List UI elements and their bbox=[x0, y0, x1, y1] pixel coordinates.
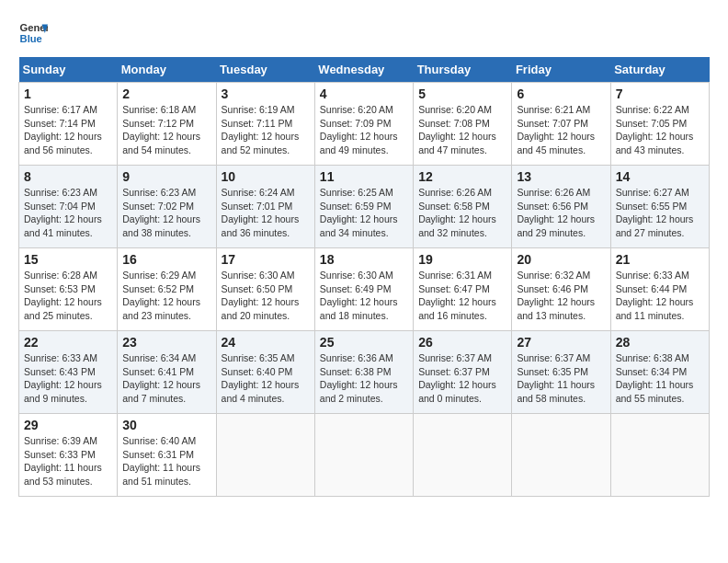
weekday-header-thursday: Thursday bbox=[414, 57, 512, 83]
day-info: Sunrise: 6:30 AMSunset: 6:50 PMDaylight:… bbox=[222, 270, 300, 321]
calendar-cell: 25 Sunrise: 6:36 AMSunset: 6:38 PMDaylig… bbox=[314, 331, 413, 414]
calendar-cell: 16 Sunrise: 6:29 AMSunset: 6:52 PMDaylig… bbox=[118, 248, 216, 331]
calendar-week-row: 15 Sunrise: 6:28 AMSunset: 6:53 PMDaylig… bbox=[19, 248, 710, 331]
calendar-week-row: 1 Sunrise: 6:17 AMSunset: 7:14 PMDayligh… bbox=[19, 83, 710, 166]
calendar-cell: 30 Sunrise: 6:40 AMSunset: 6:31 PMDaylig… bbox=[118, 414, 216, 497]
calendar-cell: 5 Sunrise: 6:20 AMSunset: 7:08 PMDayligh… bbox=[414, 83, 512, 166]
weekday-header-sunday: Sunday bbox=[19, 57, 118, 83]
day-info: Sunrise: 6:37 AMSunset: 6:37 PMDaylight:… bbox=[418, 352, 496, 404]
weekday-header-row: SundayMondayTuesdayWednesdayThursdayFrid… bbox=[19, 57, 710, 83]
calendar-cell bbox=[414, 414, 512, 497]
day-info: Sunrise: 6:26 AMSunset: 6:58 PMDaylight:… bbox=[418, 187, 496, 238]
day-info: Sunrise: 6:21 AMSunset: 7:07 PMDaylight:… bbox=[517, 104, 595, 155]
day-info: Sunrise: 6:29 AMSunset: 6:52 PMDaylight:… bbox=[122, 270, 200, 321]
calendar-body: 1 Sunrise: 6:17 AMSunset: 7:14 PMDayligh… bbox=[19, 83, 710, 497]
calendar-table: SundayMondayTuesdayWednesdayThursdayFrid… bbox=[18, 57, 710, 497]
day-number: 21 bbox=[616, 252, 704, 267]
day-number: 24 bbox=[222, 335, 310, 350]
day-info: Sunrise: 6:26 AMSunset: 6:56 PMDaylight:… bbox=[517, 187, 595, 238]
day-info: Sunrise: 6:20 AMSunset: 7:08 PMDaylight:… bbox=[418, 104, 496, 155]
day-number: 30 bbox=[122, 418, 210, 432]
calendar-cell: 18 Sunrise: 6:30 AMSunset: 6:49 PMDaylig… bbox=[314, 248, 413, 331]
calendar-cell: 29 Sunrise: 6:39 AMSunset: 6:33 PMDaylig… bbox=[19, 414, 118, 497]
day-number: 7 bbox=[616, 86, 704, 101]
day-info: Sunrise: 6:28 AMSunset: 6:53 PMDaylight:… bbox=[24, 270, 102, 321]
calendar-cell: 13 Sunrise: 6:26 AMSunset: 6:56 PMDaylig… bbox=[512, 166, 610, 248]
day-number: 11 bbox=[320, 169, 408, 184]
day-number: 12 bbox=[418, 169, 506, 184]
day-info: Sunrise: 6:25 AMSunset: 6:59 PMDaylight:… bbox=[320, 187, 398, 238]
calendar-cell: 28 Sunrise: 6:38 AMSunset: 6:34 PMDaylig… bbox=[610, 331, 709, 414]
calendar-cell: 11 Sunrise: 6:25 AMSunset: 6:59 PMDaylig… bbox=[314, 166, 413, 248]
calendar-week-row: 8 Sunrise: 6:23 AMSunset: 7:04 PMDayligh… bbox=[19, 166, 710, 248]
day-info: Sunrise: 6:31 AMSunset: 6:47 PMDaylight:… bbox=[418, 270, 496, 321]
day-info: Sunrise: 6:27 AMSunset: 6:55 PMDaylight:… bbox=[616, 187, 694, 238]
calendar-cell: 19 Sunrise: 6:31 AMSunset: 6:47 PMDaylig… bbox=[414, 248, 512, 331]
day-number: 3 bbox=[222, 86, 310, 101]
day-number: 13 bbox=[517, 169, 605, 184]
day-number: 29 bbox=[24, 418, 112, 432]
day-number: 20 bbox=[517, 252, 605, 267]
page-header: General Blue bbox=[18, 18, 710, 48]
weekday-header-tuesday: Tuesday bbox=[216, 57, 314, 83]
logo: General Blue bbox=[18, 18, 48, 48]
calendar-cell bbox=[314, 414, 413, 497]
day-info: Sunrise: 6:23 AMSunset: 7:02 PMDaylight:… bbox=[122, 187, 200, 238]
day-number: 5 bbox=[418, 86, 506, 101]
calendar-cell: 26 Sunrise: 6:37 AMSunset: 6:37 PMDaylig… bbox=[414, 331, 512, 414]
day-number: 26 bbox=[418, 335, 506, 350]
day-info: Sunrise: 6:23 AMSunset: 7:04 PMDaylight:… bbox=[24, 187, 102, 238]
calendar-header: SundayMondayTuesdayWednesdayThursdayFrid… bbox=[19, 57, 710, 83]
calendar-cell: 3 Sunrise: 6:19 AMSunset: 7:11 PMDayligh… bbox=[216, 83, 314, 166]
calendar-cell: 20 Sunrise: 6:32 AMSunset: 6:46 PMDaylig… bbox=[512, 248, 610, 331]
day-number: 2 bbox=[122, 86, 210, 101]
day-info: Sunrise: 6:36 AMSunset: 6:38 PMDaylight:… bbox=[320, 352, 398, 404]
weekday-header-monday: Monday bbox=[118, 57, 216, 83]
calendar-cell: 17 Sunrise: 6:30 AMSunset: 6:50 PMDaylig… bbox=[216, 248, 314, 331]
day-number: 19 bbox=[418, 252, 506, 267]
day-info: Sunrise: 6:35 AMSunset: 6:40 PMDaylight:… bbox=[222, 352, 300, 404]
svg-text:Blue: Blue bbox=[20, 33, 42, 44]
day-info: Sunrise: 6:17 AMSunset: 7:14 PMDaylight:… bbox=[24, 104, 102, 155]
day-info: Sunrise: 6:20 AMSunset: 7:09 PMDaylight:… bbox=[320, 104, 398, 155]
day-info: Sunrise: 6:24 AMSunset: 7:01 PMDaylight:… bbox=[222, 187, 300, 238]
day-info: Sunrise: 6:39 AMSunset: 6:33 PMDaylight:… bbox=[24, 435, 102, 487]
calendar-cell: 9 Sunrise: 6:23 AMSunset: 7:02 PMDayligh… bbox=[118, 166, 216, 248]
day-info: Sunrise: 6:33 AMSunset: 6:44 PMDaylight:… bbox=[616, 270, 694, 321]
day-info: Sunrise: 6:33 AMSunset: 6:43 PMDaylight:… bbox=[24, 352, 102, 404]
day-info: Sunrise: 6:40 AMSunset: 6:31 PMDaylight:… bbox=[122, 435, 200, 487]
calendar-cell: 6 Sunrise: 6:21 AMSunset: 7:07 PMDayligh… bbox=[512, 83, 610, 166]
day-number: 23 bbox=[122, 335, 210, 350]
day-number: 27 bbox=[517, 335, 605, 350]
day-info: Sunrise: 6:30 AMSunset: 6:49 PMDaylight:… bbox=[320, 270, 398, 321]
weekday-header-saturday: Saturday bbox=[610, 57, 709, 83]
day-info: Sunrise: 6:19 AMSunset: 7:11 PMDaylight:… bbox=[222, 104, 300, 155]
day-info: Sunrise: 6:32 AMSunset: 6:46 PMDaylight:… bbox=[517, 270, 595, 321]
calendar-cell: 1 Sunrise: 6:17 AMSunset: 7:14 PMDayligh… bbox=[19, 83, 118, 166]
day-number: 8 bbox=[24, 169, 112, 184]
day-number: 9 bbox=[122, 169, 210, 184]
day-number: 22 bbox=[24, 335, 112, 350]
calendar-cell: 27 Sunrise: 6:37 AMSunset: 6:35 PMDaylig… bbox=[512, 331, 610, 414]
calendar-cell: 4 Sunrise: 6:20 AMSunset: 7:09 PMDayligh… bbox=[314, 83, 413, 166]
day-number: 17 bbox=[222, 252, 310, 267]
calendar-cell: 10 Sunrise: 6:24 AMSunset: 7:01 PMDaylig… bbox=[216, 166, 314, 248]
day-info: Sunrise: 6:37 AMSunset: 6:35 PMDaylight:… bbox=[517, 352, 595, 404]
calendar-week-row: 22 Sunrise: 6:33 AMSunset: 6:43 PMDaylig… bbox=[19, 331, 710, 414]
logo-icon: General Blue bbox=[18, 18, 48, 48]
day-info: Sunrise: 6:18 AMSunset: 7:12 PMDaylight:… bbox=[122, 104, 200, 155]
day-number: 18 bbox=[320, 252, 408, 267]
day-number: 16 bbox=[122, 252, 210, 267]
calendar-cell: 23 Sunrise: 6:34 AMSunset: 6:41 PMDaylig… bbox=[118, 331, 216, 414]
calendar-cell: 21 Sunrise: 6:33 AMSunset: 6:44 PMDaylig… bbox=[610, 248, 709, 331]
day-number: 10 bbox=[222, 169, 310, 184]
weekday-header-friday: Friday bbox=[512, 57, 610, 83]
calendar-cell: 22 Sunrise: 6:33 AMSunset: 6:43 PMDaylig… bbox=[19, 331, 118, 414]
day-number: 6 bbox=[517, 86, 605, 101]
day-number: 15 bbox=[24, 252, 112, 267]
day-info: Sunrise: 6:22 AMSunset: 7:05 PMDaylight:… bbox=[616, 104, 694, 155]
calendar-cell: 24 Sunrise: 6:35 AMSunset: 6:40 PMDaylig… bbox=[216, 331, 314, 414]
calendar-cell bbox=[512, 414, 610, 497]
calendar-cell bbox=[216, 414, 314, 497]
day-number: 28 bbox=[616, 335, 704, 350]
